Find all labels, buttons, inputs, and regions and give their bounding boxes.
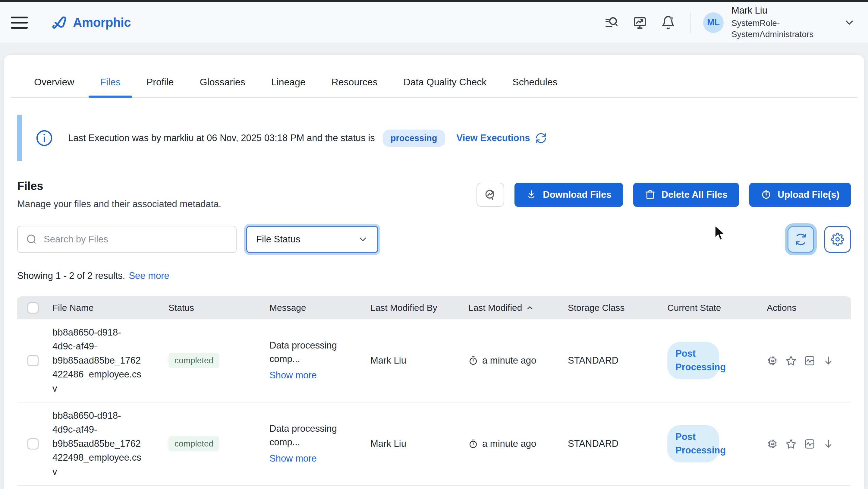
files-table: File Name Status Message Last Modified B… bbox=[17, 296, 851, 486]
search-input[interactable] bbox=[44, 234, 228, 245]
see-more-link[interactable]: See more bbox=[129, 270, 169, 281]
results-summary-line: Showing 1 - 2 of 2 results.See more bbox=[17, 270, 851, 281]
file-status-label: File Status bbox=[256, 234, 300, 245]
tab-files[interactable]: Files bbox=[89, 69, 132, 97]
delete-all-files-label: Delete All Files bbox=[661, 189, 727, 200]
hamburger-menu-button[interactable] bbox=[11, 17, 28, 29]
row-checkbox[interactable] bbox=[27, 438, 38, 450]
column-header-actions: Actions bbox=[763, 303, 851, 313]
download-icon bbox=[526, 189, 537, 200]
files-subtitle: Manage your files and their associated m… bbox=[17, 199, 221, 210]
column-header-storage-class[interactable]: Storage Class bbox=[564, 303, 664, 313]
stopwatch-icon bbox=[468, 356, 478, 365]
amorphic-logo[interactable]: Amorphic bbox=[51, 13, 131, 32]
delete-all-files-button[interactable]: Delete All Files bbox=[633, 183, 739, 207]
files-section-header: Files Manage your files and their associ… bbox=[17, 180, 851, 210]
stopwatch-icon bbox=[468, 439, 478, 449]
message-preview: Data processing comp... bbox=[270, 423, 337, 448]
tab-resources[interactable]: Resources bbox=[320, 69, 389, 97]
file-name[interactable]: bb8a8650-d918-4d9c-af49-b9b85aad85be_176… bbox=[53, 326, 144, 396]
current-state-badge: Post Processing bbox=[667, 342, 719, 379]
user-name: Mark Liu bbox=[732, 5, 824, 16]
column-header-last-modified-by[interactable]: Last Modified By bbox=[367, 303, 465, 313]
global-search-icon[interactable] bbox=[604, 16, 619, 30]
table-row: bb8a8650-d918-4d9c-af49-b9b85aad85be_176… bbox=[17, 319, 851, 402]
ai-insights-icon[interactable]: AI bbox=[767, 438, 778, 450]
tab-schedules[interactable]: Schedules bbox=[501, 69, 569, 97]
star-icon[interactable] bbox=[785, 355, 797, 366]
tab-lineage[interactable]: Lineage bbox=[260, 69, 317, 97]
row-checkbox[interactable] bbox=[27, 355, 38, 366]
app-header: Amorphic ML Mark Liu SystemRole-SystemAd… bbox=[0, 2, 868, 43]
storage-class: STANDARD bbox=[564, 355, 664, 366]
file-name[interactable]: bb8a8650-d918-4d9c-af49-b9b85aad85be_176… bbox=[53, 409, 144, 479]
chart-search-icon bbox=[484, 188, 497, 202]
last-modified: a minute ago bbox=[465, 355, 564, 366]
download-row-icon[interactable] bbox=[823, 438, 834, 450]
header-divider bbox=[690, 13, 690, 33]
column-header-file-name[interactable]: File Name bbox=[49, 303, 165, 313]
activity-icon[interactable] bbox=[804, 438, 815, 450]
tab-overview[interactable]: Overview bbox=[23, 69, 86, 97]
gear-icon bbox=[831, 233, 844, 246]
refresh-icon[interactable] bbox=[535, 133, 547, 144]
results-summary: Showing 1 - 2 of 2 results. bbox=[17, 270, 125, 281]
download-files-button[interactable]: Download Files bbox=[515, 183, 623, 207]
last-execution-banner: Last Execution was by markliu at 06 Nov,… bbox=[17, 115, 851, 161]
refresh-list-button[interactable] bbox=[787, 226, 814, 253]
settings-button[interactable] bbox=[824, 226, 851, 253]
main-content-card: Overview Files Profile Glossaries Lineag… bbox=[4, 55, 864, 489]
upload-files-button[interactable]: Upload File(s) bbox=[749, 183, 851, 207]
logo-text: Amorphic bbox=[73, 16, 131, 30]
upload-files-label: Upload File(s) bbox=[778, 189, 839, 200]
row-actions: AI bbox=[763, 355, 851, 366]
notifications-bell-icon[interactable] bbox=[661, 16, 675, 30]
chevron-down-icon bbox=[358, 234, 368, 245]
amorphic-logo-icon bbox=[51, 13, 70, 32]
sort-ascending-caret-icon bbox=[526, 304, 534, 312]
monitoring-chart-icon[interactable] bbox=[632, 16, 647, 30]
processing-status-badge: processing bbox=[383, 130, 445, 147]
column-header-current-state[interactable]: Current State bbox=[664, 303, 763, 313]
search-box bbox=[17, 226, 237, 253]
storage-class: STANDARD bbox=[564, 438, 664, 449]
last-modified-by: Mark Liu bbox=[367, 438, 465, 449]
download-row-icon[interactable] bbox=[823, 355, 834, 366]
tab-profile[interactable]: Profile bbox=[135, 69, 185, 97]
activity-icon[interactable] bbox=[804, 355, 815, 366]
row-actions: AI bbox=[763, 438, 851, 450]
message-text: Data processing comp...Show more bbox=[270, 422, 345, 466]
trash-icon bbox=[645, 189, 655, 200]
table-header-row: File Name Status Message Last Modified B… bbox=[17, 296, 851, 319]
refresh-icon bbox=[794, 233, 807, 246]
tab-glossaries[interactable]: Glossaries bbox=[188, 69, 257, 97]
chevron-down-icon[interactable] bbox=[843, 17, 855, 29]
avatar[interactable]: ML bbox=[703, 12, 724, 33]
window-top-edge bbox=[0, 0, 868, 2]
user-info: Mark Liu SystemRole-SystemAdministrators bbox=[732, 5, 824, 40]
table-row: bb8a8650-d918-4d9c-af49-b9b85aad85be_176… bbox=[17, 402, 851, 486]
current-state-badge: Post Processing bbox=[667, 425, 719, 462]
banner-message: Last Execution was by markliu at 06 Nov,… bbox=[68, 133, 375, 144]
view-executions-link[interactable]: View Executions bbox=[457, 133, 530, 144]
show-more-link[interactable]: Show more bbox=[270, 369, 317, 382]
user-role: SystemRole-SystemAdministrators bbox=[732, 18, 824, 40]
svg-text:AI: AI bbox=[771, 442, 774, 446]
tab-bar: Overview Files Profile Glossaries Lineag… bbox=[10, 55, 858, 98]
message-text: Data processing comp...Show more bbox=[270, 339, 345, 383]
download-files-label: Download Files bbox=[543, 189, 611, 200]
column-header-message[interactable]: Message bbox=[266, 303, 367, 313]
column-header-last-modified[interactable]: Last Modified bbox=[465, 303, 564, 313]
select-all-checkbox[interactable] bbox=[27, 302, 38, 313]
column-header-status[interactable]: Status bbox=[165, 303, 266, 313]
search-icon bbox=[26, 233, 38, 245]
analytics-search-button[interactable] bbox=[476, 183, 504, 207]
star-icon[interactable] bbox=[785, 438, 797, 450]
info-icon bbox=[36, 129, 53, 147]
upload-icon bbox=[761, 189, 772, 200]
ai-insights-icon[interactable]: AI bbox=[767, 355, 778, 366]
svg-text:AI: AI bbox=[771, 359, 774, 363]
file-status-select[interactable]: File Status bbox=[246, 226, 378, 253]
tab-data-quality-check[interactable]: Data Quality Check bbox=[392, 69, 498, 97]
show-more-link[interactable]: Show more bbox=[270, 452, 317, 465]
